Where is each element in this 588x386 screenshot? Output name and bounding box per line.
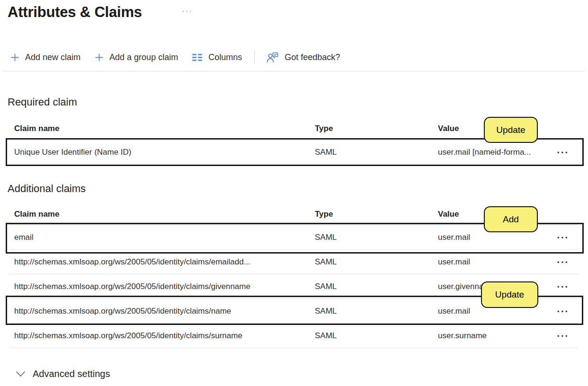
add-new-claim-label: Add new claim	[25, 53, 80, 62]
row-menu-icon: •••	[557, 259, 570, 266]
additional-claims-section-title: Additional claims	[8, 183, 86, 195]
claim-type-cell: SAML	[315, 307, 438, 316]
claim-value-cell: user.surname	[438, 331, 557, 341]
row-menu-button[interactable]: •••	[557, 307, 578, 315]
claim-value-cell: user.mail	[438, 257, 557, 267]
table-row-surname[interactable]: http://schemas.xmlsoap.org/ws/2005/05/id…	[9, 324, 578, 348]
row-menu-button[interactable]: •••	[557, 149, 578, 156]
plus-icon	[10, 53, 19, 62]
annotation-callout-update-required: Update	[484, 117, 538, 143]
column-header-type: Type	[315, 124, 438, 133]
claim-name-cell: http://schemas.xmlsoap.org/ws/2005/05/id…	[9, 282, 315, 291]
row-menu-button[interactable]: •••	[557, 234, 578, 241]
column-header-claim-name: Claim name	[9, 210, 315, 219]
got-feedback-label: Got feedback?	[285, 53, 340, 62]
annotation-callout-update-name: Update	[481, 281, 538, 308]
columns-label: Columns	[208, 53, 242, 62]
required-claim-section-title: Required claim	[8, 96, 77, 108]
row-menu-button[interactable]: •••	[557, 332, 578, 339]
claim-type-cell: SAML	[315, 148, 438, 157]
toolbar-divider	[254, 51, 255, 63]
toolbar: Add new claim Add a group claim Columns	[10, 48, 340, 66]
row-menu-button[interactable]: •••	[557, 283, 578, 290]
row-menu-icon: •••	[557, 308, 570, 315]
annotation-callout-add-email: Add	[484, 206, 538, 232]
claim-type-cell: SAML	[315, 233, 438, 242]
claim-name-cell: email	[9, 233, 315, 242]
row-menu-icon: •••	[557, 149, 570, 156]
row-menu-button[interactable]: •••	[557, 258, 578, 265]
page-title: Attributes & Claims	[8, 4, 142, 21]
claim-name-cell: http://schemas.xmlsoap.org/ws/2005/05/id…	[9, 307, 315, 316]
claim-value-cell: user.mail	[438, 233, 557, 242]
columns-icon	[192, 53, 203, 61]
chevron-down-icon	[16, 371, 26, 377]
claim-type-cell: SAML	[315, 282, 438, 291]
advanced-settings-toggle[interactable]: Advanced settings	[16, 368, 110, 379]
title-context-menu-button[interactable]: ···	[182, 7, 193, 16]
got-feedback-button[interactable]: Got feedback?	[266, 52, 340, 63]
plus-icon	[95, 53, 104, 62]
claim-name-cell: Unique User Identifier (Name ID)	[9, 148, 315, 157]
row-menu-icon: •••	[557, 283, 570, 290]
table-row-emailaddress[interactable]: http://schemas.xmlsoap.org/ws/2005/05/id…	[9, 250, 578, 274]
table-row-nameid[interactable]: Unique User Identifier (Name ID) SAML us…	[9, 139, 578, 166]
claim-name-cell: http://schemas.xmlsoap.org/ws/2005/05/id…	[9, 331, 315, 341]
add-new-claim-button[interactable]: Add new claim	[10, 53, 80, 62]
advanced-settings-label: Advanced settings	[33, 368, 110, 379]
add-group-claim-button[interactable]: Add a group claim	[95, 53, 178, 62]
claim-value-cell: user.mail [nameid-forma...	[438, 148, 557, 157]
claim-type-cell: SAML	[315, 331, 438, 341]
row-menu-icon: •••	[557, 333, 570, 340]
toolbar-rule	[3, 71, 585, 71]
columns-button[interactable]: Columns	[192, 53, 242, 62]
claim-type-cell: SAML	[315, 257, 438, 267]
column-header-claim-name: Claim name	[9, 124, 315, 133]
claim-name-cell: http://schemas.xmlsoap.org/ws/2005/05/id…	[9, 257, 315, 267]
row-menu-icon: •••	[557, 234, 570, 241]
add-group-claim-label: Add a group claim	[109, 53, 178, 62]
feedback-icon	[266, 52, 279, 63]
ellipsis-icon: ···	[182, 7, 193, 16]
column-header-type: Type	[315, 210, 438, 219]
